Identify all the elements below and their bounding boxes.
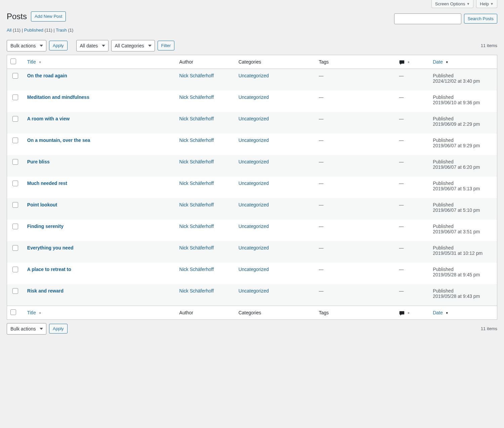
post-category-link[interactable]: Uncategorized <box>239 94 269 100</box>
post-date: 2019/06/07 at 5:13 pm <box>433 186 494 191</box>
post-author-link[interactable]: Nick Schäferhoff <box>179 94 214 100</box>
post-comments: — <box>399 73 404 78</box>
post-category-link[interactable]: Uncategorized <box>239 159 269 164</box>
column-categories: Categories <box>235 55 316 69</box>
post-tags: — <box>319 245 324 250</box>
post-category-link[interactable]: Uncategorized <box>239 224 269 229</box>
add-new-post-button[interactable]: Add New Post <box>31 11 66 22</box>
filter-trash-link[interactable]: Trash <box>56 28 67 33</box>
search-posts-button[interactable]: Search Posts <box>464 14 497 24</box>
row-checkbox[interactable] <box>12 267 18 272</box>
column-title-sort[interactable]: Title ▲▼ <box>27 59 42 65</box>
post-status: Published <box>433 159 494 164</box>
column-author-bottom: Author <box>176 306 235 319</box>
row-checkbox[interactable] <box>12 181 18 186</box>
filter-all-link[interactable]: All <box>7 28 11 33</box>
post-author-link[interactable]: Nick Schäferhoff <box>179 202 214 207</box>
row-checkbox[interactable] <box>12 116 18 122</box>
items-count-top: 11 items <box>481 43 497 48</box>
bulk-actions-select[interactable]: Bulk actions <box>7 40 46 51</box>
post-author-link[interactable]: Nick Schäferhoff <box>179 224 214 229</box>
post-date: 2019/05/31 at 10:12 pm <box>433 250 494 256</box>
post-category-link[interactable]: Uncategorized <box>239 138 269 143</box>
post-author-link[interactable]: Nick Schäferhoff <box>179 159 214 164</box>
chevron-down-icon: ▼ <box>490 2 494 6</box>
post-category-link[interactable]: Uncategorized <box>239 202 269 207</box>
post-category-link[interactable]: Uncategorized <box>239 181 269 186</box>
row-checkbox[interactable] <box>12 224 18 229</box>
help-label: Help <box>480 1 489 6</box>
column-tags: Tags <box>316 55 396 69</box>
post-title-link[interactable]: On the road again <box>27 73 67 78</box>
filter-all-count: (11) <box>13 28 20 33</box>
post-status: Published <box>433 224 494 229</box>
posts-table: Title ▲▼ Author Categories Tags ▲▼ Date … <box>7 55 497 320</box>
post-category-link[interactable]: Uncategorized <box>239 267 269 272</box>
filter-published-link[interactable]: Published <box>24 28 43 33</box>
post-status: Published <box>433 267 494 272</box>
bulk-actions-select-bottom[interactable]: Bulk actions <box>7 323 46 335</box>
row-checkbox[interactable] <box>12 288 18 294</box>
page-title: Posts <box>7 12 27 21</box>
post-author-link[interactable]: Nick Schäferhoff <box>179 73 214 78</box>
row-checkbox[interactable] <box>12 138 18 143</box>
select-all-checkbox-top[interactable] <box>10 59 16 64</box>
post-tags: — <box>319 288 324 294</box>
table-row: A room with a view Nick Schäferhoff Unca… <box>7 112 497 133</box>
post-comments: — <box>399 94 404 100</box>
post-author-link[interactable]: Nick Schäferhoff <box>179 288 214 294</box>
table-row: Everything you need Nick Schäferhoff Unc… <box>7 241 497 263</box>
column-tags-bottom: Tags <box>316 306 396 319</box>
help-button[interactable]: Help ▼ <box>476 0 497 8</box>
post-comments: — <box>399 181 404 186</box>
post-title-link[interactable]: A room with a view <box>27 116 70 121</box>
column-date-sort-bottom[interactable]: Date ▲▼ <box>433 310 448 315</box>
post-comments: — <box>399 159 404 164</box>
post-title-link[interactable]: Risk and reward <box>27 288 64 294</box>
post-date: 2019/06/07 at 6:20 pm <box>433 164 494 170</box>
post-title-link[interactable]: On a mountain, over the sea <box>27 138 90 143</box>
post-author-link[interactable]: Nick Schäferhoff <box>179 181 214 186</box>
post-author-link[interactable]: Nick Schäferhoff <box>179 267 214 272</box>
post-category-link[interactable]: Uncategorized <box>239 288 269 294</box>
table-row: Point lookout Nick Schäferhoff Uncategor… <box>7 198 497 220</box>
post-title-link[interactable]: Finding serenity <box>27 224 64 229</box>
search-input[interactable] <box>394 13 461 24</box>
post-status: Published <box>433 181 494 186</box>
post-title-link[interactable]: Point lookout <box>27 202 57 207</box>
post-status: Published <box>433 73 494 78</box>
post-author-link[interactable]: Nick Schäferhoff <box>179 138 214 143</box>
post-category-link[interactable]: Uncategorized <box>239 116 269 121</box>
apply-button-top[interactable]: Apply <box>49 41 68 51</box>
post-tags: — <box>319 138 324 143</box>
post-tags: — <box>319 94 324 100</box>
post-title-link[interactable]: Pure bliss <box>27 159 50 164</box>
post-comments: — <box>399 224 404 229</box>
column-date-sort[interactable]: Date ▲▼ <box>433 59 448 65</box>
post-title-link[interactable]: Much needed rest <box>27 181 67 186</box>
post-date: 2024/12/02 at 3:40 pm <box>433 78 494 84</box>
post-status: Published <box>433 116 494 121</box>
post-title-link[interactable]: Everything you need <box>27 245 74 250</box>
post-title-link[interactable]: Meditation and mindfulness <box>27 94 89 100</box>
category-filter-select[interactable]: All Categories <box>111 40 155 51</box>
apply-button-bottom[interactable]: Apply <box>49 324 68 334</box>
filter-button[interactable]: Filter <box>158 41 175 51</box>
date-filter-select[interactable]: All dates <box>76 40 109 51</box>
row-checkbox[interactable] <box>12 73 18 79</box>
post-category-link[interactable]: Uncategorized <box>239 73 269 78</box>
row-checkbox[interactable] <box>12 159 18 165</box>
post-date: 2019/06/07 at 3:51 pm <box>433 229 494 234</box>
post-author-link[interactable]: Nick Schäferhoff <box>179 245 214 250</box>
post-category-link[interactable]: Uncategorized <box>239 245 269 250</box>
row-checkbox[interactable] <box>12 245 18 251</box>
post-comments: — <box>399 116 404 121</box>
status-filters: All (11) | Published (11) | Trash (1) <box>7 28 73 33</box>
row-checkbox[interactable] <box>12 202 18 208</box>
screen-options-button[interactable]: Screen Options ▼ <box>431 0 474 8</box>
column-title-sort-bottom[interactable]: Title ▲▼ <box>27 310 42 315</box>
post-author-link[interactable]: Nick Schäferhoff <box>179 116 214 121</box>
post-title-link[interactable]: A place to retreat to <box>27 267 71 272</box>
row-checkbox[interactable] <box>12 94 18 100</box>
select-all-checkbox-bottom[interactable] <box>10 309 16 315</box>
